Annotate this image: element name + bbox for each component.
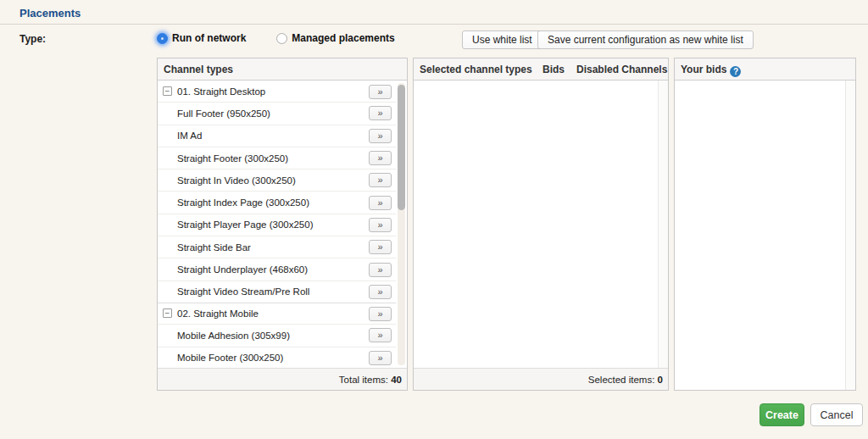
collapse-icon[interactable]: − xyxy=(163,86,172,96)
radio-managed-placements[interactable]: Managed placements xyxy=(276,32,394,44)
move-right-button[interactable]: » xyxy=(369,85,392,99)
channel-row[interactable]: Mobile Footer (300x250) » xyxy=(158,347,396,368)
channel-row-label: Straight In Video (300x250) xyxy=(177,175,369,186)
move-right-button[interactable]: » xyxy=(369,151,392,165)
channel-row-label: Straight Index Page (300x250) xyxy=(177,197,369,208)
scrollbar-thumb[interactable] xyxy=(398,85,405,210)
use-white-list-button[interactable]: Use white list xyxy=(462,31,542,49)
channel-row[interactable]: Mobile Adhesion (305x99) » xyxy=(158,325,396,347)
channel-types-title: Channel types xyxy=(164,64,233,75)
radio-run-of-network[interactable]: Run of network xyxy=(157,32,246,44)
radio-selected-icon xyxy=(157,33,168,44)
selected-panel-header: Selected channel types Bids Disabled Cha… xyxy=(414,58,668,81)
channel-row-label: Full Footer (950x250) xyxy=(177,108,369,119)
page-title: Placements xyxy=(19,7,81,19)
move-right-button[interactable]: » xyxy=(369,106,392,120)
channel-row[interactable]: Straight Footer (300x250) » xyxy=(158,147,396,169)
channel-row[interactable]: Straight Player Page (300x250) » xyxy=(158,214,396,236)
channel-row[interactable]: Straight In Video (300x250) » xyxy=(158,169,396,192)
channel-panel-footer: Total items: 40 xyxy=(158,368,407,390)
channel-row[interactable]: − 01. Straight Desktop » xyxy=(158,81,396,103)
column-disabled-channels: Disabled Channels xyxy=(576,64,667,75)
move-right-button[interactable]: » xyxy=(369,328,392,342)
channel-row-label: Straight Footer (300x250) xyxy=(177,153,369,164)
move-right-button[interactable]: » xyxy=(369,351,392,365)
your-bids-header: Your bids? xyxy=(675,58,855,81)
column-selected-channel-types: Selected channel types xyxy=(420,64,532,75)
channel-row[interactable]: Full Footer (950x250) » xyxy=(158,103,396,125)
radio-unselected-icon xyxy=(276,33,287,44)
move-right-button[interactable]: » xyxy=(369,173,392,187)
collapse-icon[interactable]: − xyxy=(163,308,172,318)
channel-row[interactable]: Straight Video Stream/Pre Roll » xyxy=(158,281,396,303)
scrollbar-track xyxy=(658,81,668,368)
channel-row-label: Mobile Adhesion (305x99) xyxy=(177,331,369,341)
move-right-button[interactable]: » xyxy=(369,196,392,210)
total-items-label: Total items: xyxy=(339,375,388,385)
radio-label: Run of network xyxy=(172,32,246,44)
channel-list[interactable]: − 01. Straight Desktop » Full Footer (95… xyxy=(158,81,396,368)
header-divider xyxy=(0,24,868,25)
cancel-button[interactable]: Cancel xyxy=(810,403,863,426)
move-right-button[interactable]: » xyxy=(369,218,392,232)
move-right-button[interactable]: » xyxy=(369,285,392,299)
column-bids: Bids xyxy=(542,64,565,75)
channel-row-label: Mobile Footer (300x250) xyxy=(177,353,369,363)
your-bids-panel: Your bids? xyxy=(674,58,856,391)
move-right-button[interactable]: » xyxy=(369,307,392,321)
scrollbar-track xyxy=(845,81,855,390)
save-white-list-button[interactable]: Save current configuration as new white … xyxy=(537,31,754,49)
channel-row-label: IM Ad xyxy=(177,131,369,141)
channel-row-label: Straight Video Stream/Pre Roll xyxy=(177,286,369,297)
channel-row[interactable]: Straight Index Page (300x250) » xyxy=(158,192,396,214)
radio-label: Managed placements xyxy=(292,32,394,44)
total-items-count: 40 xyxy=(391,375,402,385)
selected-items-count: 0 xyxy=(658,375,663,385)
channel-row[interactable]: Straight Side Bar » xyxy=(158,236,396,258)
selected-items-label: Selected items: xyxy=(588,375,655,385)
selected-panel-footer: Selected items: 0 xyxy=(414,368,668,390)
channel-types-header: Channel types xyxy=(158,58,407,81)
channel-row-label: 02. Straight Mobile xyxy=(177,308,369,319)
move-right-button[interactable]: » xyxy=(369,129,392,143)
type-field-label: Type: xyxy=(19,33,46,45)
channel-row-label: Straight Underplayer (468x60) xyxy=(177,264,369,275)
move-right-button[interactable]: » xyxy=(369,263,392,277)
placement-type-radio-group: Run of network Managed placements xyxy=(157,32,395,44)
channel-row[interactable]: IM Ad » xyxy=(158,125,396,147)
channel-row-label: 01. Straight Desktop xyxy=(177,86,369,97)
channel-row-label: Straight Side Bar xyxy=(177,242,369,253)
move-right-button[interactable]: » xyxy=(369,240,392,254)
channel-row[interactable]: − 02. Straight Mobile » xyxy=(158,303,396,325)
channel-types-panel: Channel types − 01. Straight Desktop » F… xyxy=(157,58,408,391)
channel-row-label: Straight Player Page (300x250) xyxy=(177,220,369,230)
create-button[interactable]: Create xyxy=(760,403,804,426)
help-icon[interactable]: ? xyxy=(730,66,741,77)
selected-channel-types-panel: Selected channel types Bids Disabled Cha… xyxy=(413,58,669,391)
channel-row[interactable]: Straight Underplayer (468x60) » xyxy=(158,258,396,281)
your-bids-title: Your bids? xyxy=(681,64,741,77)
